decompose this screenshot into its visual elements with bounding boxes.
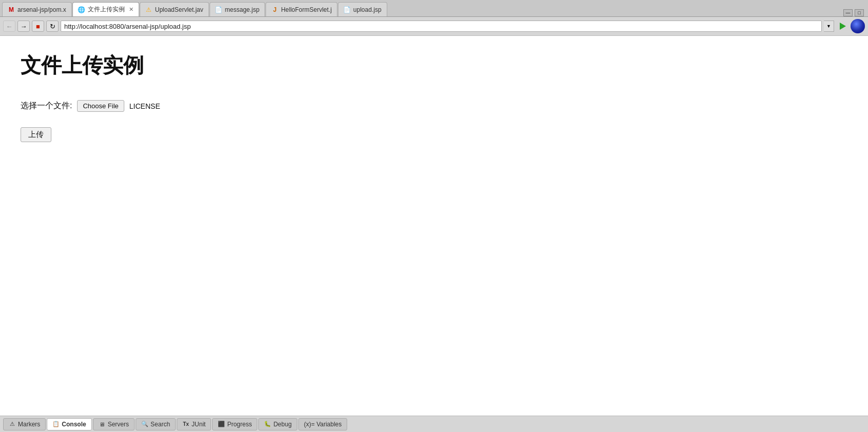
debug-icon: 🐛 <box>264 421 271 428</box>
tab-upload-jsp[interactable]: 🌐 文件上传实例 ✕ <box>72 2 139 16</box>
tab-upload-jsp-label: 文件上传实例 <box>88 5 125 14</box>
tab-helloform-label: HelloFormServlet.j <box>281 6 332 13</box>
progress-icon: ⬛ <box>218 421 225 428</box>
tab-pom-label: arsenal-jsp/pom.x <box>17 6 66 13</box>
tab-uploadservlet-label: UploadServlet.jav <box>155 6 203 13</box>
file-label: 选择一个文件: <box>21 101 72 111</box>
status-tab-junit[interactable]: Tx JUnit <box>177 418 211 430</box>
browser-icon <box>851 19 865 33</box>
maximize-button[interactable]: □ <box>855 9 864 16</box>
address-input[interactable] <box>61 21 822 32</box>
go-icon <box>838 22 847 31</box>
status-tab-variables[interactable]: (x)= Variables <box>298 418 347 430</box>
choose-file-button[interactable]: Choose File <box>77 100 124 112</box>
status-tab-progress[interactable]: ⬛ Progress <box>212 418 257 430</box>
status-tab-search[interactable]: 🔍 Search <box>136 418 176 430</box>
tab-upload[interactable]: 📄 upload.jsp <box>338 2 387 16</box>
status-tab-console[interactable]: 📋 Console <box>47 418 91 430</box>
status-tab-debug-label: Debug <box>273 421 291 428</box>
status-tab-variables-label: (x)= Variables <box>304 421 342 428</box>
address-dropdown-button[interactable]: ▼ <box>824 21 834 32</box>
message-icon: 📄 <box>215 6 222 13</box>
status-tab-servers-label: Servers <box>108 421 129 428</box>
helloform-icon: J <box>271 6 278 13</box>
browser-window: M arsenal-jsp/pom.x 🌐 文件上传实例 ✕ ⚠ UploadS… <box>0 0 868 432</box>
status-tab-servers[interactable]: 🖥 Servers <box>93 418 135 430</box>
forward-button[interactable]: → <box>17 21 30 32</box>
uploadservlet-icon: ⚠ <box>145 6 153 13</box>
status-tab-console-label: Console <box>62 421 86 428</box>
status-tab-markers[interactable]: ⚠ Markers <box>3 418 46 430</box>
junit-icon: Tx <box>182 421 190 428</box>
status-tab-search-label: Search <box>150 421 170 428</box>
status-tab-progress-label: Progress <box>227 421 252 428</box>
tab-message-label: message.jsp <box>225 6 259 13</box>
svg-marker-0 <box>840 23 846 30</box>
upload-form-row: 上传 <box>21 127 847 142</box>
tab-upload-label: upload.jsp <box>353 6 382 13</box>
upload-icon: 📄 <box>344 6 351 13</box>
tab-helloform[interactable]: J HelloFormServlet.j <box>266 2 337 16</box>
tab-message[interactable]: 📄 message.jsp <box>210 2 265 16</box>
refresh-button[interactable]: ↻ <box>46 21 59 32</box>
markers-icon: ⚠ <box>9 421 16 428</box>
address-bar-row: ← → ■ ↻ ▼ <box>0 17 868 36</box>
upload-jsp-icon: 🌐 <box>78 6 85 13</box>
file-form-row: 选择一个文件: Choose File LICENSE <box>21 100 847 112</box>
page-content: 文件上传实例 选择一个文件: Choose File LICENSE 上传 <box>0 36 868 416</box>
back-button[interactable]: ← <box>3 21 15 32</box>
selected-file-name: LICENSE <box>129 102 160 110</box>
status-tab-markers-label: Markers <box>18 421 40 428</box>
go-button[interactable] <box>836 21 848 32</box>
status-bar: ⚠ Markers 📋 Console 🖥 Servers 🔍 Search T… <box>0 416 868 432</box>
upload-button[interactable]: 上传 <box>21 127 51 142</box>
pom-icon: M <box>8 6 15 13</box>
window-controls: — □ <box>843 9 868 16</box>
status-tab-junit-label: JUnit <box>192 421 205 428</box>
servers-icon: 🖥 <box>99 421 106 428</box>
tab-bar: M arsenal-jsp/pom.x 🌐 文件上传实例 ✕ ⚠ UploadS… <box>0 0 868 17</box>
tab-pom[interactable]: M arsenal-jsp/pom.x <box>2 2 72 16</box>
tab-uploadservlet[interactable]: ⚠ UploadServlet.jav <box>140 2 209 16</box>
stop-button[interactable]: ■ <box>32 21 44 32</box>
tab-close-icon[interactable]: ✕ <box>129 6 134 13</box>
search-icon: 🔍 <box>141 421 148 428</box>
page-title: 文件上传实例 <box>21 51 847 80</box>
console-icon: 📋 <box>52 421 60 428</box>
status-tab-debug[interactable]: 🐛 Debug <box>258 418 297 430</box>
minimize-button[interactable]: — <box>843 9 853 16</box>
